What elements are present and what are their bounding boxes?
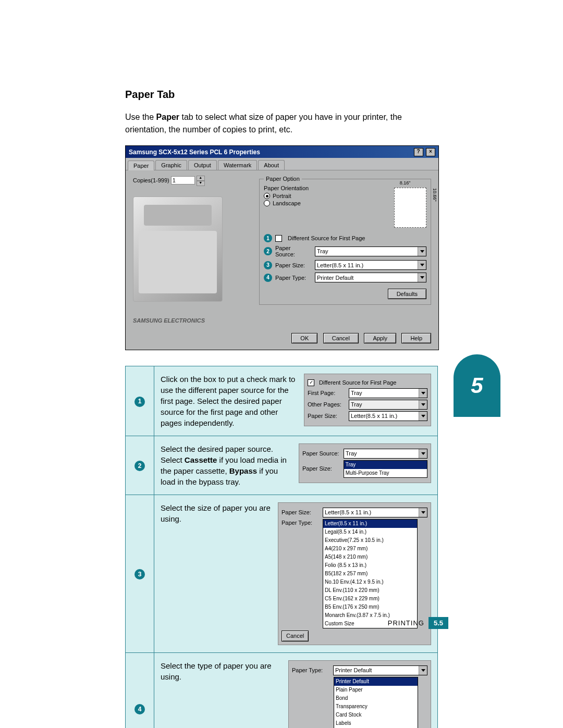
chevron-down-icon: [419, 400, 427, 409]
mini3-size-dropdown[interactable]: Letter(8.5 x 11 in.): [323, 508, 427, 517]
preview-width: 8.16": [384, 180, 426, 186]
spin-down-icon[interactable]: ▼: [197, 181, 205, 186]
list-item[interactable]: Letter(8.5 x 11 in.): [323, 520, 417, 528]
mini3-size-label: Paper Size:: [282, 509, 321, 516]
apply-button[interactable]: Apply: [364, 333, 396, 343]
first-page-dropdown[interactable]: Tray: [349, 388, 427, 398]
callout-badge-4: 4: [134, 704, 145, 714]
mini4-type-dropdown[interactable]: Printer Default: [333, 665, 427, 675]
paper-source-value: Tray: [317, 248, 328, 254]
callout-1-text: Click on the box to put a check mark to …: [161, 374, 298, 428]
orientation-label: Paper Orientation: [264, 185, 384, 191]
list-item[interactable]: No.10 Env.(4.12 x 9.5 in.): [323, 578, 417, 586]
mini4-type-label: Paper Type:: [292, 667, 331, 674]
section-heading: Paper Tab: [125, 89, 438, 101]
callout-badge-3: 3: [134, 569, 145, 579]
tab-graphic[interactable]: Graphic: [155, 160, 187, 170]
list-item[interactable]: Folio (8.5 x 13 in.): [323, 561, 417, 570]
callout-4-text: Select the type of paper you are using.: [161, 660, 282, 682]
list-item[interactable]: A4(210 x 297 mm): [323, 545, 417, 553]
mini-checkbox[interactable]: [308, 379, 314, 386]
list-item[interactable]: B5(182 x 257 mm): [323, 570, 417, 578]
tab-strip: Paper Graphic Output Watermark About: [126, 158, 438, 170]
list-item[interactable]: B5 Env.(176 x 250 mm): [323, 603, 417, 611]
intro-bold: Paper: [156, 113, 179, 121]
paper-type-open-list[interactable]: Printer Default Plain Paper Bond Transpa…: [334, 677, 418, 728]
samsung-logo: SAMSUNG ELECTRONICS: [133, 317, 253, 324]
preview-height: 10.66": [432, 188, 437, 227]
list-item[interactable]: Printer Default: [334, 677, 418, 686]
tab-output[interactable]: Output: [188, 160, 217, 170]
badge-2-icon: 2: [264, 247, 272, 255]
close-icon[interactable]: ×: [426, 148, 435, 156]
mini-paper-source-label: Paper Source:: [302, 450, 341, 458]
paper-source-dropdown[interactable]: Tray: [315, 246, 426, 256]
paper-option-group: Paper Option Paper Orientation Portrait …: [259, 176, 431, 305]
mini3-type-label: Paper Type:: [282, 519, 321, 527]
paper-type-value: Printer Default: [317, 275, 353, 281]
page-preview: 10.66": [394, 188, 426, 228]
copies-input[interactable]: 1: [171, 176, 195, 184]
chevron-down-icon: [419, 666, 427, 675]
list-item[interactable]: Bond: [334, 694, 418, 702]
list-item[interactable]: Plain Paper: [334, 686, 418, 694]
callout-row: 4 Select the type of paper you are using…: [126, 653, 438, 728]
copies-label: Copies(1-999): [133, 177, 169, 183]
chevron-down-icon: [419, 449, 427, 458]
paper-source-label: Paper Source:: [275, 245, 312, 257]
diff-source-checkbox[interactable]: [275, 235, 282, 242]
list-item[interactable]: Legal(8.5 x 14 in.): [323, 528, 417, 536]
chevron-down-icon: [419, 412, 427, 421]
tab-watermark[interactable]: Watermark: [218, 160, 257, 170]
mini-paper-source-dropdown[interactable]: Tray: [344, 449, 427, 459]
paper-source-open-list[interactable]: Tray Multi-Purpose Tray: [344, 460, 427, 478]
help-button[interactable]: Help: [401, 333, 431, 343]
paper-option-legend: Paper Option: [264, 176, 302, 182]
list-item[interactable]: Transparency: [334, 702, 418, 711]
mini-diff-source-label: Different Source for First Page: [319, 379, 396, 387]
spin-up-icon[interactable]: ▲: [197, 176, 205, 181]
paper-size-dropdown[interactable]: Letter(8.5 x 11 in.): [315, 260, 426, 270]
callout-row: 1 Click on the box to put a check mark t…: [126, 366, 438, 436]
paper-size-open-list[interactable]: Letter(8.5 x 11 in.) Legal(8.5 x 14 in.)…: [323, 519, 418, 628]
paper-size-value: Letter(8.5 x 11 in.): [317, 262, 363, 268]
chapter-tab: 5: [454, 354, 500, 417]
list-item[interactable]: C5 Env.(162 x 229 mm): [323, 595, 417, 603]
tab-paper[interactable]: Paper: [128, 161, 154, 170]
callout-badge-1: 1: [134, 397, 145, 407]
list-item[interactable]: Executive(7.25 x 10.5 in.): [323, 536, 417, 545]
mini-cancel-button[interactable]: Cancel: [282, 631, 309, 641]
badge-3-icon: 3: [264, 261, 272, 269]
list-item[interactable]: A5(148 x 210 mm): [323, 553, 417, 561]
list-item[interactable]: Tray: [344, 461, 427, 469]
list-item[interactable]: Card Stock: [334, 711, 418, 719]
chevron-down-icon: [418, 247, 426, 256]
tab-about[interactable]: About: [258, 160, 285, 170]
landscape-radio[interactable]: [264, 200, 270, 206]
list-item[interactable]: DL Env.(110 x 220 mm): [323, 586, 417, 595]
list-item[interactable]: Multi-Purpose Tray: [344, 469, 427, 477]
footer-label: PRINTING: [388, 619, 424, 627]
page-footer: PRINTING 5.5: [388, 617, 448, 629]
paper-type-dropdown[interactable]: Printer Default: [315, 273, 426, 282]
portrait-label: Portrait: [273, 193, 291, 199]
chevron-down-icon: [419, 389, 427, 398]
paper-size-label: Paper Size:: [275, 262, 312, 268]
callout-1-ui: Different Source for First Page First Pa…: [304, 374, 431, 426]
mini-paper-size-label2: Paper Size:: [302, 465, 341, 473]
help-icon[interactable]: ?: [414, 148, 423, 156]
list-item[interactable]: Labels: [334, 719, 418, 727]
callout-2-text: Select the desired paper source. Select …: [161, 443, 292, 487]
callout-row: 3 Select the size of paper you are using…: [126, 495, 438, 653]
footer-page-number: 5.5: [429, 617, 448, 629]
other-pages-dropdown[interactable]: Tray: [349, 400, 427, 410]
defaults-button[interactable]: Defaults: [388, 289, 426, 299]
mini-paper-size-label: Paper Size:: [308, 412, 347, 420]
callout-3-text: Select the size of paper you are using.: [161, 502, 272, 524]
ok-button[interactable]: OK: [291, 333, 317, 343]
portrait-radio[interactable]: [264, 193, 270, 199]
mini-paper-size-dropdown[interactable]: Letter(8.5 x 11 in.): [349, 411, 427, 421]
callout-4-ui: Paper Type:Printer Default Printer Defau…: [288, 660, 431, 728]
callout-badge-2: 2: [134, 461, 145, 471]
cancel-button[interactable]: Cancel: [323, 333, 359, 343]
